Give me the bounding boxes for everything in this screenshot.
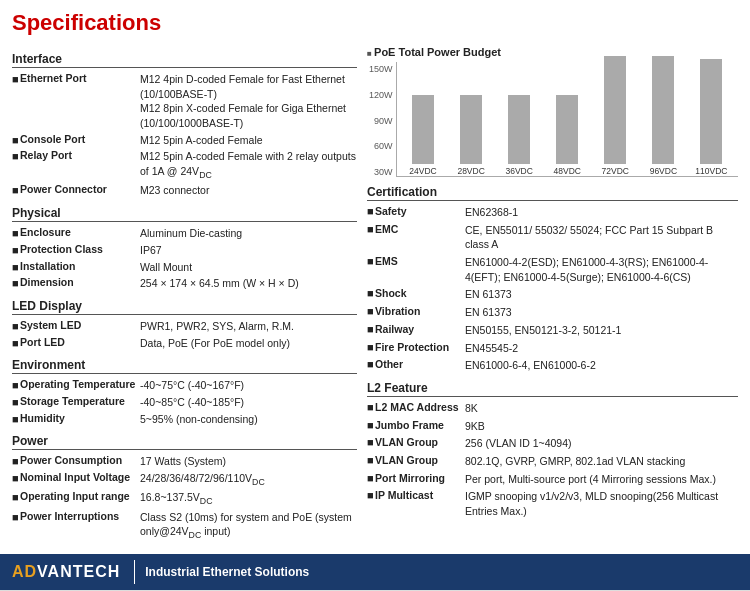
value-console-port: M12 5pin A-coded Female <box>140 133 357 148</box>
value-port-mirroring: Per port, Multi-source port (4 Mirroring… <box>465 472 738 487</box>
bullet-icon: ■ <box>12 472 20 484</box>
bar-24vdc-rect <box>412 95 434 164</box>
spec-vibration: ■ Vibration EN 61373 <box>367 305 738 320</box>
spec-op-temp: ■ Operating Temperature -40~75°C (-40~16… <box>12 378 357 393</box>
bar-48vdc-rect <box>556 95 578 164</box>
value-jumbo-frame: 9KB <box>465 419 738 434</box>
value-other: EN61000-6-4, EN61000-6-2 <box>465 358 738 373</box>
section-interface: Interface <box>12 52 357 68</box>
bullet-icon: ■ <box>367 472 375 484</box>
y-label-60: 60W <box>369 141 393 151</box>
bullet-icon: ■ <box>367 223 375 235</box>
spec-installation: ■ Installation Wall Mount <box>12 260 357 275</box>
value-ems: EN61000-4-2(ESD); EN61000-4-3(RS); EN610… <box>465 255 738 284</box>
bullet-icon: ■ <box>367 323 375 335</box>
label-port-led: Port LED <box>20 336 140 348</box>
bar-96vdc-rect <box>652 56 674 164</box>
value-humidity: 5~95% (non-condensing) <box>140 412 357 427</box>
label-fire-protection: Fire Protection <box>375 341 465 353</box>
spec-protection: ■ Protection Class IP67 <box>12 243 357 258</box>
spec-power-consumption: ■ Power Consumption 17 Watts (System) <box>12 454 357 469</box>
bullet-icon: ■ <box>12 150 20 162</box>
value-installation: Wall Mount <box>140 260 357 275</box>
value-vlan-group-1: 256 (VLAN ID 1~4094) <box>465 436 738 451</box>
label-power-int: Power Interruptions <box>20 510 140 522</box>
bar-28vdc-label: 28VDC <box>457 166 484 176</box>
spec-shock: ■ Shock EN 61373 <box>367 287 738 302</box>
label-power-consumption: Power Consumption <box>20 454 140 466</box>
label-nominal-voltage: Nominal Input Voltage <box>20 471 140 483</box>
section-physical: Physical <box>12 206 357 222</box>
bullet-icon: ■ <box>367 454 375 466</box>
label-vibration: Vibration <box>375 305 465 317</box>
bullet-icon: ■ <box>12 511 20 523</box>
bar-72vdc-rect <box>604 56 626 164</box>
logo-adv: AD <box>12 563 37 580</box>
spec-power-int: ■ Power Interruptions Class S2 (10ms) fo… <box>12 510 357 542</box>
section-power: Power <box>12 434 357 450</box>
y-label-30: 30W <box>369 167 393 177</box>
bar-110vdc-label: 110VDC <box>695 166 727 176</box>
bullet-icon: ■ <box>12 320 20 332</box>
spec-st-temp: ■ Storage Temperature -40~85°C (-40~185°… <box>12 395 357 410</box>
bar-36vdc: 36VDC <box>497 95 542 176</box>
chart-container: PoE Total Power Budget 30W 60W 90W 120W … <box>367 46 738 177</box>
label-railway: Railway <box>375 323 465 335</box>
label-installation: Installation <box>20 260 140 272</box>
bullet-icon: ■ <box>12 73 20 85</box>
value-fire-protection: EN45545-2 <box>465 341 738 356</box>
bar-96vdc-label: 96VDC <box>650 166 677 176</box>
bullet-icon: ■ <box>367 401 375 413</box>
bar-36vdc-rect <box>508 95 530 164</box>
value-l2-mac: 8K <box>465 401 738 416</box>
spec-fire-protection: ■ Fire Protection EN45545-2 <box>367 341 738 356</box>
label-dimension: Dimension <box>20 276 140 288</box>
bullet-icon: ■ <box>12 277 20 289</box>
spec-emc: ■ EMC CE, EN55011/ 55032/ 55024; FCC Par… <box>367 223 738 252</box>
label-safety: Safety <box>375 205 465 217</box>
spec-port-mirroring: ■ Port Mirroring Per port, Multi-source … <box>367 472 738 487</box>
label-relay-port: Relay Port <box>20 149 140 161</box>
value-system-led: PWR1, PWR2, SYS, Alarm, R.M. <box>140 319 357 334</box>
value-ethernet-port: M12 4pin D-coded Female for Fast Etherne… <box>140 72 357 131</box>
y-label-90: 90W <box>369 116 393 126</box>
label-ip-multicast: IP Multicast <box>375 489 465 501</box>
left-column: Interface ■ Ethernet Port M12 4pin D-cod… <box>12 44 357 544</box>
label-system-led: System LED <box>20 319 140 331</box>
value-power-consumption: 17 Watts (System) <box>140 454 357 469</box>
value-relay-port: M12 5pin A-coded Female with 2 relay out… <box>140 149 357 181</box>
label-emc: EMC <box>375 223 465 235</box>
logo-vantech: VANTECH <box>37 563 120 580</box>
value-dimension: 254 × 174 × 64.5 mm (W × H × D) <box>140 276 357 291</box>
spec-system-led: ■ System LED PWR1, PWR2, SYS, Alarm, R.M… <box>12 319 357 334</box>
right-column: PoE Total Power Budget 30W 60W 90W 120W … <box>367 44 738 544</box>
bullet-icon: ■ <box>367 358 375 370</box>
bar-110vdc-rect <box>700 59 722 164</box>
bullet-icon: ■ <box>12 413 20 425</box>
bar-48vdc: 48VDC <box>545 95 590 176</box>
spec-enclosure: ■ Enclosure Aluminum Die-casting <box>12 226 357 241</box>
value-power-connector: M23 connector <box>140 183 357 198</box>
bullet-icon: ■ <box>367 341 375 353</box>
spec-power-connector: ■ Power Connector M23 connector <box>12 183 357 198</box>
label-l2-mac: L2 MAC Address <box>375 401 465 413</box>
value-op-range: 16.8~137.5VDC <box>140 490 357 507</box>
spec-dimension: ■ Dimension 254 × 174 × 64.5 mm (W × H ×… <box>12 276 357 291</box>
value-vlan-group-2: 802.1Q, GVRP, GMRP, 802.1ad VLAN stackin… <box>465 454 738 469</box>
label-st-temp: Storage Temperature <box>20 395 140 407</box>
label-console-port: Console Port <box>20 133 140 145</box>
footer: ADVANTECH Industrial Ethernet Solutions <box>0 554 750 590</box>
spec-ethernet-port: ■ Ethernet Port M12 4pin D-coded Female … <box>12 72 357 131</box>
section-certification: Certification <box>367 185 738 201</box>
footer-logo: ADVANTECH <box>12 563 120 581</box>
spec-vlan-group-1: ■ VLAN Group 256 (VLAN ID 1~4094) <box>367 436 738 451</box>
value-op-temp: -40~75°C (-40~167°F) <box>140 378 357 393</box>
spec-safety: ■ Safety EN62368-1 <box>367 205 738 220</box>
label-enclosure: Enclosure <box>20 226 140 238</box>
value-enclosure: Aluminum Die-casting <box>140 226 357 241</box>
spec-ems: ■ EMS EN61000-4-2(ESD); EN61000-4-3(RS);… <box>367 255 738 284</box>
bar-96vdc: 96VDC <box>641 56 686 176</box>
y-label-150: 150W <box>369 64 393 74</box>
section-l2: L2 Feature <box>367 381 738 397</box>
bar-48vdc-label: 48VDC <box>554 166 581 176</box>
